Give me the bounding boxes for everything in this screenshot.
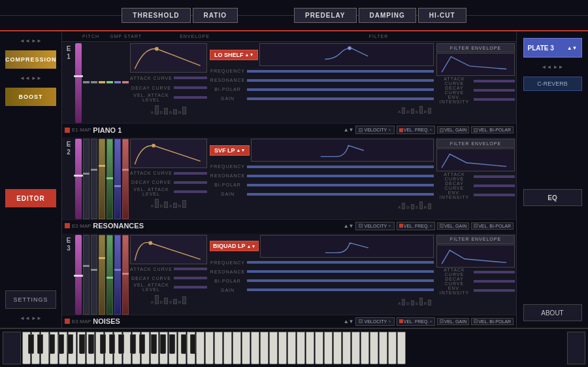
svg-point-3 — [148, 241, 152, 245]
e2-vel-fader[interactable] — [106, 139, 113, 218]
e1-vel-bipolar-btn[interactable]: VEL. BI-POLAR — [471, 126, 514, 133]
plate-select[interactable]: PLATE 3 ▲▼ — [523, 38, 582, 58]
e2-filter-type-btn[interactable]: SVF LP ▲▼ — [210, 145, 250, 156]
pitch-header: PITCH — [82, 34, 100, 39]
e1-random-fader[interactable] — [122, 82, 129, 84]
e1-freq-slider[interactable] — [247, 70, 434, 73]
e1-attack-slider[interactable] — [174, 77, 207, 79]
e1-map-arrows[interactable]: ▲▼ — [344, 127, 354, 133]
boost-button[interactable]: BOOST — [5, 88, 56, 106]
svg-point-1 — [348, 46, 352, 50]
row-e3: E 3 — [62, 234, 516, 328]
e1-gain-row: GAIN — [210, 94, 434, 103]
e2-pitch-fader[interactable] — [75, 139, 82, 218]
e1-env-curve — [130, 43, 207, 73]
e1-main: E 1 — [62, 42, 516, 123]
e2-envelope: ATTACK CURVE DECAY CURVE VEL. ATTACK LEV… — [130, 139, 207, 218]
e3-adsr: A D S R — [130, 292, 207, 304]
right-sidebar: PLATE 3 ▲▼ ◄◄ ►► C-REVERB EQ ABOUT — [516, 31, 588, 328]
e1-fenv-attack-row: ATTACK CURVE — [436, 77, 515, 85]
e1-vel-attack-row: VEL. ATTACK LEVEL — [130, 93, 207, 102]
e2-map-label: E2 MAP — [72, 223, 91, 229]
e3-map-row: E3 MAP NOISES ▲▼ VELOCITY+ VEL. FREQ. + … — [62, 315, 516, 328]
e1-envelope: ATTACK CURVE DECAY CURVE VEL. ATTACK LEV… — [130, 43, 207, 123]
e1-adsr: A D S R — [130, 103, 207, 114]
e3-vel-fader[interactable] — [106, 235, 113, 315]
e1-pitch-fader[interactable] — [75, 43, 82, 123]
e1-smp-fader2[interactable] — [91, 82, 97, 84]
e1-fenv-intensity-row: ENV. INTENSITY — [436, 95, 515, 103]
e2-map-row: E2 MAP RESONANCES ▲▼ VELOCITY+ VEL. FREQ… — [62, 219, 516, 232]
e3-envelope: ATTACK CURVE DECAY CURVE VEL. ATTACK LEV… — [130, 235, 207, 315]
e3-fixed-fader[interactable] — [114, 235, 121, 315]
e1-red-sq[interactable] — [65, 128, 70, 133]
e1-r-slider[interactable] — [182, 107, 186, 114]
left-sidebar: ◄◄ ►► COMPRESSION ◄◄ ►► BOOST EDITOR SET… — [0, 31, 62, 328]
threshold-button[interactable]: THRESHOLD — [122, 8, 190, 23]
settings-button[interactable]: SETTINGS — [5, 290, 56, 309]
e1-decay-slider[interactable] — [174, 86, 207, 89]
piano-right-btn[interactable] — [567, 332, 585, 364]
e1-fixed-fader[interactable] — [114, 82, 121, 84]
ratio-button[interactable]: RATIO — [193, 8, 238, 23]
damping-button[interactable]: DAMPING — [359, 8, 416, 23]
svg-point-2 — [152, 144, 155, 148]
filter-header: FILTER — [244, 34, 514, 39]
e1-fenv-decay-row: DECAY CURVE — [436, 86, 515, 94]
e2-filter-env: FILTER ENVELOPE ATTACK CURVE DECAY CURVE — [436, 139, 515, 218]
piano-left-btn[interactable] — [3, 332, 21, 364]
piano-keys-container — [22, 332, 566, 364]
e3-inst-name: NOISES — [93, 317, 341, 325]
e1-res-slider[interactable] — [247, 79, 434, 82]
reverb-button[interactable]: C-REVERB — [523, 77, 582, 91]
e1-vel-gain-btn[interactable]: VEL. GAIN — [437, 126, 469, 133]
e2-inst-name: RESONANCES — [93, 222, 341, 230]
e3-filter-env: FILTER ENVELOPE ATTACK CURVE DECAY CURVE — [436, 235, 515, 315]
e2-fixed-fader[interactable] — [114, 139, 121, 218]
e2-label: E 2 — [63, 139, 74, 218]
e1-map-row: E1 MAP PIANO 1 ▲▼ VELOCITY + VEL. FREQ. … — [62, 123, 516, 136]
e1-filter-type-btn[interactable]: LO SHELF ▲▼ — [210, 50, 258, 60]
smpstart-header: SMP START — [100, 34, 152, 39]
row-e1: E 1 — [62, 42, 516, 137]
predelay-button[interactable]: PREDELAY — [294, 8, 357, 23]
piano-keyboard — [0, 328, 588, 367]
e1-vel-btn[interactable]: VELOCITY + — [355, 126, 394, 134]
e1-attack-curve-label: ATTACK CURVE — [130, 76, 172, 80]
e1-a-slider[interactable] — [155, 105, 159, 114]
e1-bipolar-slider[interactable] — [247, 88, 434, 91]
compression-button[interactable]: COMPRESSION — [5, 50, 56, 69]
e1-decay-curve-label: DECAY CURVE — [130, 86, 172, 90]
e1-attack-curve-row: ATTACK CURVE — [130, 73, 207, 82]
editor-button[interactable]: EDITOR — [5, 189, 56, 207]
e1-smp-fader3[interactable] — [99, 82, 105, 84]
e1-vel-attack-label: VEL. ATTACK LEVEL — [130, 93, 172, 102]
top-buttons: THRESHOLD RATIO PREDELAY DAMPING HI-CUT — [122, 8, 466, 23]
e1-d-slider[interactable] — [164, 108, 168, 114]
e3-pitch-fader[interactable] — [75, 235, 82, 315]
e1-vel-freq-btn[interactable]: VEL. FREQ. + — [397, 126, 435, 134]
e3-random-fader[interactable] — [122, 235, 129, 315]
eq-button[interactable]: EQ — [523, 189, 582, 206]
e3-env-curve — [130, 235, 207, 264]
center-panel: PITCH SMP START ENVELOPE FILTER E 1 — [62, 31, 516, 328]
e1-vert-sliders — [83, 43, 129, 123]
e1-vel-fader[interactable] — [106, 82, 113, 84]
e1-smp-fader1[interactable] — [83, 82, 90, 84]
e1-s-slider[interactable] — [173, 109, 177, 114]
e1-bipolar-row: BI-POLAR — [210, 85, 434, 94]
e1-vel-attack-slider[interactable] — [174, 96, 207, 99]
e1-filter-adsr: A D S R — [210, 103, 434, 114]
e1-gain-slider[interactable] — [247, 97, 434, 100]
e3-filter: BIQUAD LP ▲▼ FREQUENCY — [208, 235, 435, 315]
settings-arrows: ◄◄ ►► — [20, 315, 42, 321]
about-button[interactable]: ABOUT — [523, 304, 582, 321]
e2-random-fader[interactable] — [122, 139, 129, 218]
e2-main: E 2 — [62, 137, 516, 218]
envelope-header: ENVELOPE — [152, 34, 237, 39]
compression-arrows-top: ◄◄ ►► — [20, 38, 42, 44]
e1-decay-curve-row: DECAY CURVE — [130, 83, 207, 92]
e3-filter-type-btn[interactable]: BIQUAD LP ▲▼ — [210, 241, 259, 251]
e1-filter-env-btn[interactable]: FILTER ENVELOPE — [436, 43, 515, 52]
hicut-button[interactable]: HI-CUT — [418, 8, 466, 23]
